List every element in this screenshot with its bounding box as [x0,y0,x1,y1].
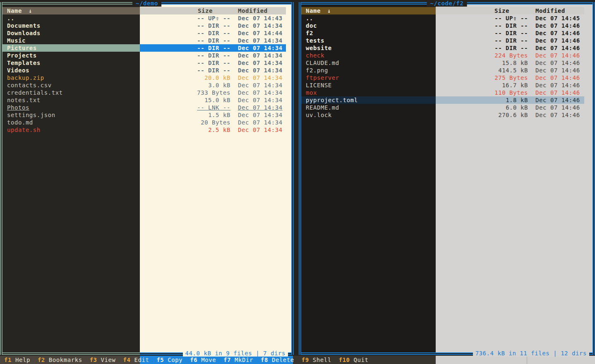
file-row[interactable]: CLAUDE.md15.8 kBDec 07 14:46 [301,59,584,67]
left-size-column-header[interactable]: Size [140,7,230,14]
file-modified: Dec 07 14:34 [238,111,283,119]
file-row[interactable]: Music-- DIR --Dec 07 14:34 [2,37,286,44]
file-row[interactable]: mox110 BytesDec 07 14:46 [301,89,584,96]
file-row[interactable]: settings.json1.5 kBDec 07 14:34 [2,111,286,119]
file-row[interactable]: backup.zip20.0 kBDec 07 14:34 [2,74,286,81]
file-size: 20 Bytes [140,119,230,126]
file-size: -- DIR -- [436,44,528,52]
file-row[interactable]: contacts.csv3.0 kBDec 07 14:34 [2,81,286,89]
file-row[interactable]: Documents-- DIR --Dec 07 14:34 [2,22,286,29]
file-name: Music [7,37,26,44]
file-row[interactable]: ..-- UP⇧ --Dec 07 14:43 [2,14,286,22]
file-row[interactable]: tests-- DIR --Dec 07 14:46 [301,37,584,44]
file-size: 733 Bytes [140,89,230,96]
file-name: contacts.csv [7,81,52,89]
file-name: ftpserver [306,74,339,81]
file-name: Videos [7,67,29,74]
footer-key-f7[interactable]: f7 MkDir [223,356,253,364]
file-modified: Dec 07 14:44 [238,29,283,37]
file-name: check [306,52,324,59]
file-size: -- DIR -- [140,29,230,37]
file-name: Pictures [7,44,37,52]
file-row[interactable]: doc-- DIR --Dec 07 14:46 [301,22,584,29]
footer-key-f9[interactable]: f9 Shell [302,356,331,364]
file-name: settings.json [7,111,55,119]
file-size: 275 Bytes [436,74,528,81]
file-row[interactable]: Videos-- DIR --Dec 07 14:34 [2,67,286,74]
footer-key-f10[interactable]: f10 Quit [339,356,369,364]
fkey-action-label: Delete [268,357,294,363]
file-size: 2.5 kB [140,126,230,134]
file-name: website [306,44,332,52]
file-size: -- DIR -- [140,22,230,29]
file-row[interactable]: f2-- DIR --Dec 07 14:46 [301,29,584,37]
file-row[interactable]: Photos-- LNK --Dec 07 14:34 [2,104,286,111]
file-size: -- UP⇧ -- [140,14,230,22]
file-modified: Dec 07 14:46 [535,22,580,29]
footer-key-f4[interactable]: f4 Edit [123,356,149,364]
file-row[interactable]: check224 BytesDec 07 14:46 [301,52,584,59]
file-row[interactable]: credentials.txt733 BytesDec 07 14:34 [2,89,286,96]
file-size: 20.0 kB [140,74,230,81]
file-row[interactable]: update.sh2.5 kBDec 07 14:34 [2,126,286,134]
file-name: README.md [306,104,339,111]
command-palette-button[interactable]: ^p palette [527,356,595,364]
file-row[interactable]: README.md6.0 kBDec 07 14:46 [301,104,584,111]
footer-key-f2[interactable]: f2 Bookmarks [38,356,82,364]
footer-key-f8[interactable]: f8 Delete [261,356,294,364]
right-pane-status: 736.4 kB in 11 files | 12 dirs [473,350,589,357]
file-size: 16.7 kB [436,81,528,89]
file-row[interactable]: notes.txt15.0 kBDec 07 14:34 [2,96,286,104]
right-pane-path-title: ~/code/f2 [427,0,467,7]
right-modified-column-header[interactable]: Modified [535,7,565,14]
file-row[interactable]: Templates-- DIR --Dec 07 14:34 [2,59,286,67]
file-name: backup.zip [7,74,44,81]
file-name: Documents [7,22,41,29]
right-name-column-header[interactable]: Name↓ [301,7,436,14]
footer-key-f1[interactable]: f1 Help [4,356,30,364]
file-modified: Dec 07 14:34 [238,89,283,96]
file-modified: Dec 07 14:46 [535,89,580,96]
file-row[interactable]: Pictures-- DIR --Dec 07 14:34 [2,44,286,52]
left-file-list: ..-- UP⇧ --Dec 07 14:43Documents-- DIR -… [0,14,294,134]
file-row[interactable]: ..-- UP⇧ --Dec 07 14:45 [301,14,584,22]
file-size: 1.8 kB [436,96,528,104]
footer-key-f3[interactable]: f3 View [90,356,116,364]
file-row[interactable]: Downloads-- DIR --Dec 07 14:44 [2,29,286,37]
file-row[interactable]: LICENSE16.7 kBDec 07 14:46 [301,81,584,89]
file-row[interactable]: Projects-- DIR --Dec 07 14:34 [2,52,286,59]
fkey-label: f1 [4,357,12,363]
left-column-header-row: Name↓ Size Modified [2,7,286,14]
fkey-action-label: View [97,357,116,363]
right-pane: ~/code/f2 Name↓ Size Modified ..-- UP⇧ -… [299,0,595,356]
fkey-label: f3 [90,357,97,363]
footer-key-f5[interactable]: f5 Copy [156,356,182,364]
file-size: -- LNK -- [140,104,230,111]
footer-key-f6[interactable]: f6 Move [190,356,216,364]
file-name: Downloads [7,29,41,37]
name-header-label: Name [306,7,321,14]
file-modified: Dec 07 14:34 [238,96,283,104]
fkey-action-label: MkDir [231,357,253,363]
file-size: 110 Bytes [436,89,528,96]
left-modified-column-header[interactable]: Modified [238,7,268,14]
file-name: f2.png [306,67,328,74]
fkey-action-label: Edit [130,357,149,363]
left-pane: ~/demo Name↓ Size Modified ..-- UP⇧ --De… [0,0,294,356]
file-manager-screen: ~/demo Name↓ Size Modified ..-- UP⇧ --De… [0,0,595,364]
file-row[interactable]: f2.png414.5 kBDec 07 14:46 [301,67,584,74]
file-row[interactable]: website-- DIR --Dec 07 14:46 [301,44,584,52]
file-name: notes.txt [7,96,41,104]
file-row[interactable]: pyproject.toml1.8 kBDec 07 14:46 [301,96,584,104]
left-pane-right-border [291,2,294,355]
file-modified: Dec 07 14:46 [535,74,580,81]
file-size: -- DIR -- [140,52,230,59]
left-name-column-header[interactable]: Name↓ [2,7,140,14]
file-row[interactable]: todo.md20 BytesDec 07 14:34 [2,119,286,126]
right-size-column-header[interactable]: Size [436,7,528,14]
file-size: -- DIR -- [436,37,528,44]
file-modified: Dec 07 14:34 [238,104,283,111]
file-row[interactable]: uv.lock270.6 kBDec 07 14:46 [301,111,584,119]
file-modified: Dec 07 14:46 [535,29,580,37]
file-row[interactable]: ftpserver275 BytesDec 07 14:46 [301,74,584,81]
